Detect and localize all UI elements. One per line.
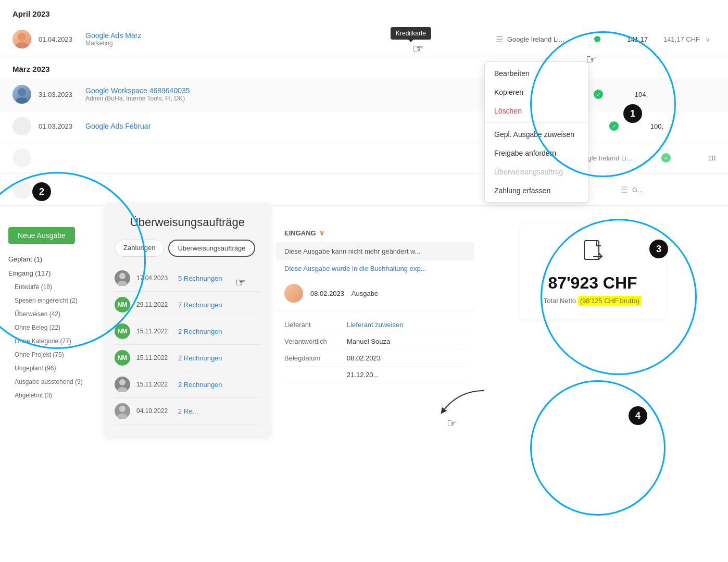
list-item[interactable]: NM 29.11.2022 7 Rechnungen <box>115 292 260 318</box>
list-item-link[interactable]: 2 Rechnungen <box>178 354 222 362</box>
eingang-label: EINGANG <box>284 229 316 237</box>
ausgabe-date: 08.02.2023 <box>310 290 344 297</box>
tx-name-col: Google Workspace 4689640035 Admin (BuHa,… <box>85 86 496 102</box>
list-item-date: 15.11.2022 <box>136 381 178 388</box>
list-item[interactable]: 15.11.2022 2 Rechnungen <box>115 371 260 398</box>
tx-status <box>606 121 622 131</box>
sidebar-item-geplant[interactable]: Geplant (1) <box>0 252 104 266</box>
context-menu-freigabe[interactable]: Freigabe anfordern <box>485 144 588 163</box>
tx-amount: 104, <box>606 91 648 98</box>
tx-name-link[interactable]: Google Ads Februar <box>85 122 511 130</box>
amount-panel: 87'923 CHF Total Netto (98'125 CHF brutt… <box>520 224 666 319</box>
ausgabe-header-row: 08.02.2023 Ausgabe <box>276 277 474 310</box>
sidebar-item-ohne-projekt[interactable]: Ohne Projekt (75) <box>0 348 104 361</box>
status-check <box>609 121 619 131</box>
export-icon <box>532 239 653 268</box>
list-item-link[interactable]: 7 Rechnungen <box>178 301 222 309</box>
svg-point-6 <box>119 379 125 385</box>
context-menu-bearbeiten[interactable]: Bearbeiten <box>485 64 588 83</box>
tx-amount: 141,17 <box>606 35 648 43</box>
tx-vendor: Google Ireland Li... <box>507 35 591 43</box>
eingang-chevron[interactable]: ∨ <box>319 229 324 237</box>
table-row[interactable]: 31.03.2023 Google Workspace 4689640035 A… <box>0 79 728 110</box>
list-item[interactable]: 17.04.2023 5 Rechnungen <box>115 265 260 292</box>
arrow-annotation <box>427 385 489 417</box>
ausgabe-field-belegdatum: Belegdatum 08.02.2023 <box>284 350 466 367</box>
svg-point-3 <box>16 97 28 104</box>
badge-1: 1 <box>623 104 642 123</box>
ausgabe-field-extra: 21.12.20... <box>284 367 466 383</box>
ausgabe-type: Ausgabe <box>352 290 378 297</box>
tx-name-link[interactable]: Google Ads März <box>85 31 496 40</box>
avatar <box>115 403 130 419</box>
tx-category: Admin (BuHa, Interne Tools, FI, DK) <box>85 95 496 102</box>
total-label-prefix: Total Netto <box>544 297 576 305</box>
context-menu-kopieren[interactable]: Kopieren <box>485 83 588 102</box>
field-value: 08.02.2023 <box>347 354 381 362</box>
sidebar-item-ausgabe-ausstehend[interactable]: Ausgabe ausstehend (9) <box>0 375 104 389</box>
sidebar-item-eingang[interactable]: Eingang (117) <box>0 266 104 280</box>
svg-point-2 <box>18 88 26 96</box>
list-item-date: 15.11.2022 <box>136 328 178 335</box>
tx-name-link[interactable]: Google Workspace 4689640035 <box>85 86 496 95</box>
ausgabe-fields: Lieferant Lieferant zuweisen Verantwortl… <box>276 310 474 390</box>
list-item-link[interactable]: 2 Re... <box>178 407 198 415</box>
avatar <box>12 180 31 199</box>
new-expense-button[interactable]: Neue Ausgabe <box>8 227 75 244</box>
tx-status <box>591 90 606 99</box>
tx-vendor: G... <box>632 186 716 194</box>
table-row[interactable]: ☰ G... <box>0 174 728 206</box>
section-header-maerz: März 2023 <box>0 55 728 79</box>
ausgabe-field-verantwortlich: Verantwortlich Manuel Souza <box>284 333 466 350</box>
sidebar-item-ohne-beleg[interactable]: Ohne Beleg (22) <box>0 321 104 334</box>
table-row[interactable]: ☰ Google Ireland Li... 10 <box>0 142 728 174</box>
tx-category: Marketing <box>85 40 496 47</box>
context-menu-zahlung[interactable]: Zahlung erfassen <box>485 181 588 200</box>
sidebar-item-abgelehnt[interactable]: Abgelehnt (3) <box>0 389 104 402</box>
list-item[interactable]: NM 15.11.2022 2 Rechnungen <box>115 345 260 371</box>
list-item-link[interactable]: 5 Rechnungen <box>178 274 222 282</box>
tx-status <box>658 153 674 163</box>
ueberweisungs-tabs: Zahlungen Überweisungsaufträge <box>115 240 260 257</box>
context-menu-gepl-ausgabe[interactable]: Gepl. Ausgabe zuweisen <box>485 125 588 144</box>
list-item[interactable]: NM 15.11.2022 2 Rechnungen <box>115 318 260 345</box>
context-menu-loeschen[interactable]: Löschen <box>485 102 588 120</box>
avatar: NM <box>115 297 130 313</box>
list-item[interactable]: 04.10.2022 2 Re... <box>115 398 260 424</box>
list-item-link[interactable]: 2 Rechnungen <box>178 381 222 389</box>
field-label: Belegdatum <box>284 354 347 362</box>
ausgabe-header-info: 08.02.2023 Ausgabe <box>310 290 378 297</box>
sidebar-item-ueberweisen[interactable]: Überweisen (42) <box>0 307 104 321</box>
field-value: Manuel Souza <box>347 338 390 345</box>
sidebar-item-ohne-kategorie[interactable]: Ohne Kategorie (77) <box>0 334 104 348</box>
ausgabe-export-note[interactable]: Diese Ausgabe wurde in die Buchhaltung e… <box>276 260 474 277</box>
tx-amount: 100, <box>622 122 663 130</box>
sidebar-item-spesen[interactable]: Spesen eingereicht (2) <box>0 294 104 307</box>
svg-point-5 <box>118 281 127 286</box>
lieferant-link[interactable]: Lieferant zuweisen <box>347 321 403 329</box>
section-header-april: April 2023 <box>0 0 728 23</box>
tab-ueberweisungsauftraege[interactable]: Überweisungsaufträge <box>168 240 255 257</box>
tab-zahlungen[interactable]: Zahlungen <box>115 240 164 257</box>
chevron-down-icon[interactable]: ∨ <box>700 35 716 43</box>
tx-date: 01.04.2023 <box>39 35 85 43</box>
table-row[interactable]: 01.04.2023 Google Ads März Marketing ☰ G… <box>0 23 728 55</box>
ausgabe-field-lieferant: Lieferant Lieferant zuweisen <box>284 317 466 333</box>
list-item-link[interactable]: 2 Rechnungen <box>178 328 222 335</box>
ausgabe-warning: Diese Ausgabe kann nicht mehr geändert w… <box>276 242 474 260</box>
context-menu-divider <box>485 122 588 123</box>
field-label: Lieferant <box>284 321 347 329</box>
ueberweisungs-title: Überweisungsaufträge <box>115 216 260 229</box>
tx-date: 31.03.2023 <box>39 91 85 98</box>
avatar <box>115 377 130 392</box>
cursor-hand-4: ☞ <box>447 417 457 430</box>
table-row[interactable]: 01.03.2023 Google Ads Februar ☰ Google I… <box>0 110 728 142</box>
status-check <box>594 90 603 99</box>
sidebar-item-ungeplant[interactable]: Ungeplant (96) <box>0 361 104 375</box>
avatar <box>12 148 31 167</box>
svg-point-7 <box>118 387 127 392</box>
sidebar-item-entwuerfe[interactable]: Entwürfe (18) <box>0 280 104 294</box>
sidebar-panel: Neue Ausgabe Geplant (1) Eingang (117) E… <box>0 219 104 410</box>
list-item-date: 29.11.2022 <box>136 301 178 308</box>
ausgabe-panel: EINGANG ∨ Diese Ausgabe kann nicht mehr … <box>276 224 474 390</box>
